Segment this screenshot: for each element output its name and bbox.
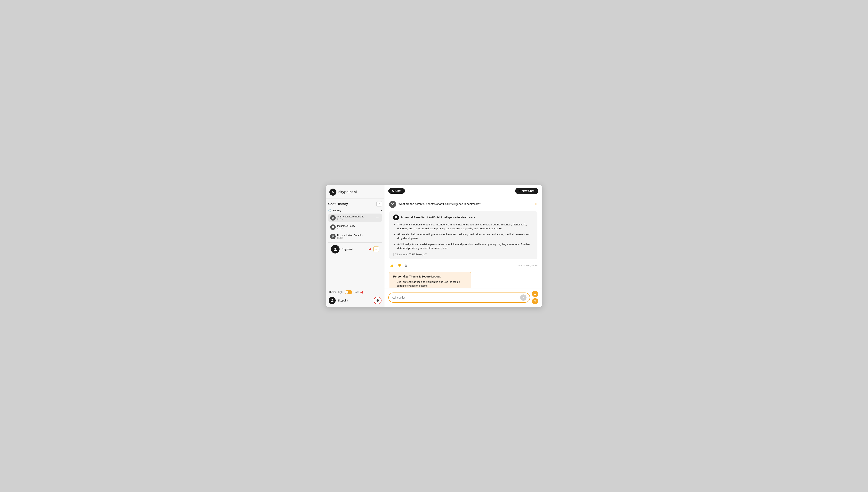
ai-chat-badge: AI Chat bbox=[388, 188, 405, 194]
new-chat-button[interactable]: + New Chat bbox=[515, 188, 538, 194]
ai-response-bullets: The potential benefits of artificial int… bbox=[393, 223, 534, 250]
clock-icon: 🕐 bbox=[328, 209, 331, 212]
history-section[interactable]: 🕐 History ▾ bbox=[328, 209, 382, 212]
history-label: History bbox=[332, 209, 341, 212]
chat-item-insurance[interactable]: 💬 Insurance Policy 01:18 bbox=[328, 223, 382, 231]
chat-item-time: 01:19 bbox=[337, 218, 374, 220]
new-chat-label: New Chat bbox=[522, 189, 534, 193]
tooltip-bullet-1: Click on 'Settings' icon as highlighted … bbox=[397, 280, 467, 288]
chat-item-name: AI in Healthcare Benefits bbox=[337, 215, 374, 218]
chat-item-name: Insurance Policy bbox=[337, 225, 380, 227]
chat-item-icon: 💬 bbox=[330, 234, 336, 239]
chat-item-icon: 💬 bbox=[330, 215, 336, 221]
ai-icon: 💬 bbox=[393, 215, 399, 220]
ai-bullet-3: Additionally, AI can assist in personali… bbox=[397, 242, 534, 250]
sidebar-footer: Theme Light Dark ◀ Skypoint ⚙ bbox=[326, 288, 384, 307]
logout-button[interactable]: ↪ bbox=[373, 246, 379, 252]
chat-input[interactable] bbox=[392, 296, 520, 299]
chat-item-info: AI in Healthcare Benefits 01:19 bbox=[337, 215, 374, 220]
thumbup-button[interactable]: 👍 bbox=[389, 263, 395, 268]
settings-button[interactable]: ⚙ bbox=[374, 297, 381, 304]
thumbdown-button[interactable]: 👎 bbox=[397, 263, 402, 268]
copy-button[interactable]: ⧉ bbox=[404, 264, 408, 268]
toggle-knob bbox=[345, 291, 348, 294]
ai-response-card: 💬 Potential Benefits of Artificial Intel… bbox=[389, 211, 537, 260]
input-area: ➤ ▲ ▼ bbox=[384, 288, 542, 307]
footer-user-row: Skypoint ⚙ bbox=[329, 297, 381, 304]
chat-item-info: Insurance Policy 01:18 bbox=[337, 225, 380, 230]
theme-row: Theme Light Dark ◀ bbox=[329, 290, 381, 294]
copy-icon: ⧉ bbox=[405, 264, 407, 267]
plus-icon: + bbox=[519, 189, 521, 193]
thumbup-icon: 👍 bbox=[390, 264, 394, 267]
arrow-right-red-icon: ➡ bbox=[369, 247, 371, 251]
sidebar-logo: S skypoint ai bbox=[326, 185, 384, 198]
tooltip-bullets: Click on 'Settings' icon as highlighted … bbox=[393, 280, 467, 288]
user-message-row: OS What are the potential benefits of ar… bbox=[389, 201, 537, 208]
theme-dark-label: Dark bbox=[354, 291, 359, 294]
ai-bullet-2: AI can also help in automating administr… bbox=[397, 232, 534, 241]
chat-item-info: Hospitalization Benefits 05/02 bbox=[337, 234, 380, 239]
svg-point-1 bbox=[332, 299, 333, 300]
sources-line: "Sources -> TLPSRules.pdf" bbox=[393, 253, 534, 256]
theme-light-label: Light bbox=[338, 291, 343, 294]
send-button[interactable]: ➤ bbox=[520, 294, 526, 301]
top-bar: AI Chat + New Chat bbox=[384, 185, 542, 197]
chevron-icon: ▾ bbox=[381, 209, 382, 212]
scroll-down-button[interactable]: ▼ bbox=[532, 298, 538, 304]
chat-item-time: 01:18 bbox=[337, 227, 380, 230]
chat-input-wrapper: ➤ bbox=[388, 293, 530, 303]
chat-history-header: Chat History ❮ bbox=[328, 201, 382, 207]
chat-item-hospitalization[interactable]: 💬 Hospitalization Benefits 05/02 bbox=[328, 232, 382, 241]
theme-label: Theme bbox=[329, 291, 336, 294]
footer-avatar bbox=[329, 297, 336, 304]
ai-response-title: Potential Benefits of Artificial Intelli… bbox=[401, 216, 475, 219]
logo-icon: S bbox=[329, 189, 336, 196]
chat-item-time: 05/02 bbox=[337, 237, 380, 239]
main-content: AI Chat + New Chat OS What are the poten… bbox=[384, 185, 542, 307]
theme-toggle[interactable] bbox=[345, 290, 352, 294]
tooltip-title: Personalize Theme & Secure Logout bbox=[393, 275, 467, 278]
chat-item-more-icon[interactable]: ⋯ bbox=[375, 216, 380, 220]
ai-response-header: 💬 Potential Benefits of Artificial Intel… bbox=[393, 215, 534, 220]
share-button[interactable]: ⬆ bbox=[535, 201, 537, 206]
chat-area: OS What are the potential benefits of ar… bbox=[384, 197, 542, 288]
message-timestamp: 05/07/2024, 01:19 bbox=[518, 264, 537, 267]
sidebar-body: Chat History ❮ 🕐 History ▾ 💬 AI in Healt… bbox=[326, 198, 384, 288]
send-icon: ➤ bbox=[522, 296, 524, 299]
chat-history-title: Chat History bbox=[328, 202, 348, 206]
profile-name: Skypoint bbox=[342, 247, 367, 251]
user-message-text: What are the potential benefits of artif… bbox=[398, 201, 532, 205]
scroll-buttons: ▲ ▼ bbox=[532, 291, 538, 304]
arrow-left-red-icon: ◀ bbox=[360, 290, 363, 294]
logout-icon: ↪ bbox=[375, 248, 377, 251]
chat-list: 💬 AI in Healthcare Benefits 01:19 ⋯ 💬 In… bbox=[328, 214, 382, 241]
ai-bullet-1: The potential benefits of artificial int… bbox=[397, 223, 534, 231]
user-avatar: OS bbox=[389, 201, 396, 208]
user-profile-section: Skypoint ➡ ↪ bbox=[328, 242, 382, 256]
tooltip-card: Personalize Theme & Secure Logout Click … bbox=[389, 272, 471, 288]
sidebar: S skypoint ai Chat History ❮ 🕐 History ▾… bbox=[326, 185, 384, 307]
collapse-sidebar-button[interactable]: ❮ bbox=[376, 201, 382, 207]
thumbdown-icon: 👎 bbox=[397, 264, 401, 267]
chat-item-ai-healthcare[interactable]: 💬 AI in Healthcare Benefits 01:19 ⋯ bbox=[328, 214, 382, 222]
scroll-up-button[interactable]: ▲ bbox=[532, 291, 538, 297]
svg-point-0 bbox=[334, 248, 336, 249]
footer-username: Skypoint bbox=[337, 299, 372, 302]
logo-text: skypoint ai bbox=[338, 190, 357, 194]
collapse-icon: ❮ bbox=[378, 203, 380, 205]
chat-item-name: Hospitalization Benefits bbox=[337, 234, 380, 237]
share-icon: ⬆ bbox=[535, 202, 537, 206]
action-row: 👍 👎 ⧉ 05/07/2024, 01:19 bbox=[389, 263, 537, 269]
settings-icon: ⚙ bbox=[376, 298, 379, 303]
app-container: S skypoint ai Chat History ❮ 🕐 History ▾… bbox=[326, 185, 542, 308]
profile-avatar bbox=[331, 245, 339, 253]
chat-item-icon: 💬 bbox=[330, 224, 336, 230]
